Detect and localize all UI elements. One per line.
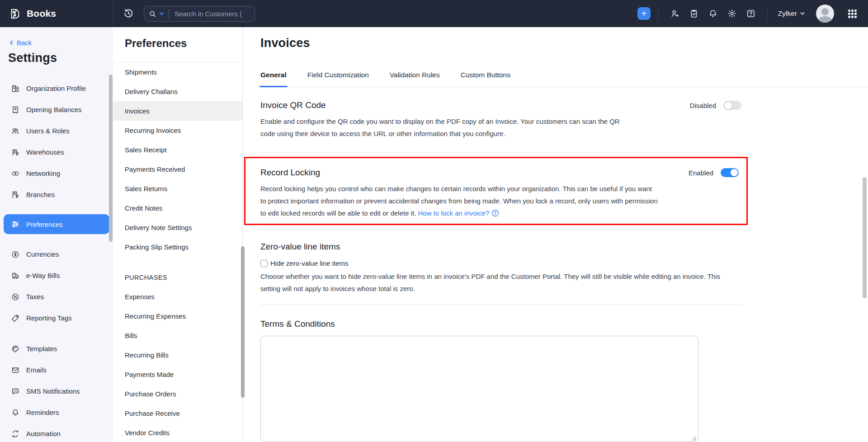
topbar-middle <box>123 6 255 22</box>
sidebar-scrollbar-thumb[interactable] <box>109 75 113 242</box>
clipboard-check-icon[interactable] <box>689 9 699 19</box>
page-scrollbar-thumb[interactable] <box>863 177 867 298</box>
search-icon <box>149 10 156 18</box>
section-divider <box>260 152 741 153</box>
product-name: Books <box>27 8 56 19</box>
preferences-item-vendor-credits[interactable]: Vendor Credits <box>113 423 242 442</box>
sidebar-item-sms-notifications[interactable]: SMSSMS Notifications <box>0 381 113 402</box>
recent-history-icon[interactable] <box>123 8 134 19</box>
sidebar-item-label: Organization Profile <box>26 85 86 92</box>
sidebar-item-emails[interactable]: Emails <box>0 359 113 381</box>
back-label: Back <box>17 39 32 47</box>
sidebar-item-automation[interactable]: Automation <box>0 423 113 442</box>
preferences-item-recurring-bills[interactable]: Recurring Bills <box>113 345 242 365</box>
preferences-item-delivery-challans[interactable]: Delivery Challans <box>113 82 242 101</box>
record-locking-toggle[interactable] <box>721 168 739 177</box>
preferences-item-invoices[interactable]: Invoices <box>113 101 242 121</box>
terms-textarea[interactable] <box>260 336 698 442</box>
record-locking-toggle-label: Enabled <box>689 169 713 177</box>
preferences-item-sales-returns[interactable]: Sales Returns <box>113 179 242 198</box>
avatar-silhouette <box>818 16 832 23</box>
sidebar-item-branches[interactable]: Branches <box>0 184 113 205</box>
sidebar-item-label: Currencies <box>26 250 59 258</box>
preferences-item-payments-made[interactable]: Payments Made <box>113 365 242 384</box>
apps-grid-icon[interactable] <box>847 8 858 19</box>
sidebar-item-networking[interactable]: Networking <box>0 163 113 184</box>
sidebar-item-reporting-tags[interactable]: Reporting Tags <box>0 307 113 329</box>
preferences-item-delivery-note-settings[interactable]: Delivery Note Settings <box>113 218 242 237</box>
hide-zero-value-checkbox[interactable] <box>260 260 268 267</box>
preferences-item-recurring-invoices[interactable]: Recurring Invoices <box>113 121 242 140</box>
topbar-right: + Zylker <box>637 5 868 23</box>
sidebar-item-opening-balances[interactable]: Opening Balances <box>0 99 113 120</box>
sidebar-item-label: Templates <box>26 345 57 353</box>
user-avatar[interactable] <box>816 5 834 23</box>
sidebar-item-e-way-bills[interactable]: e-Way Bills <box>0 265 113 286</box>
preferences-item-payments-received[interactable]: Payments Received <box>113 160 242 179</box>
settings-sidebar: Back Settings Organization ProfileOpenin… <box>0 27 113 442</box>
tab-bar: GeneralField CustomizationValidation Rul… <box>260 71 868 87</box>
svg-text:SMS: SMS <box>14 390 18 392</box>
sidebar-item-currencies[interactable]: Currencies <box>0 244 113 265</box>
toggle-knob <box>731 169 738 176</box>
preferences-scrollbar-thumb[interactable] <box>241 246 245 398</box>
preferences-item-sales-receipt[interactable]: Sales Receipt <box>113 140 242 160</box>
sidebar-item-templates[interactable]: Templates <box>0 338 113 359</box>
avatar-silhouette <box>821 8 829 15</box>
sidebar-item-label: Branches <box>26 191 55 198</box>
users-icon <box>11 127 20 136</box>
topbar-divider <box>768 6 768 21</box>
org-switcher[interactable]: Zylker <box>778 9 805 18</box>
search-input[interactable] <box>175 10 242 18</box>
tab-field-customization[interactable]: Field Customization <box>307 71 369 87</box>
topbar: Books + <box>0 0 868 27</box>
gear-icon[interactable] <box>727 9 737 19</box>
preferences-item-packing-slip-settings[interactable]: Packing Slip Settings <box>113 237 242 257</box>
sidebar-item-organization-profile[interactable]: Organization Profile <box>0 78 113 99</box>
section-divider <box>260 229 741 230</box>
bell-icon <box>11 408 20 417</box>
search-separator <box>169 9 169 19</box>
sidebar-item-label: Reporting Tags <box>26 314 72 322</box>
question-circle-icon[interactable] <box>491 209 499 217</box>
palette-icon <box>11 344 20 353</box>
sidebar-item-taxes[interactable]: Taxes <box>0 286 113 307</box>
sidebar-item-warehouses[interactable]: Warehouses <box>0 141 113 163</box>
org-name: Zylker <box>778 9 797 18</box>
bell-icon[interactable] <box>708 9 718 19</box>
quick-create-button[interactable]: + <box>637 7 651 20</box>
zero-value-section: Zero-value line items Hide zero-value li… <box>260 242 741 305</box>
preferences-item-bills[interactable]: Bills <box>113 326 242 345</box>
tab-custom-buttons[interactable]: Custom Buttons <box>461 71 510 87</box>
sidebar-item-reminders[interactable]: Reminders <box>0 402 113 423</box>
search-scope-chevron-icon[interactable] <box>159 11 164 16</box>
mail-icon <box>11 366 20 375</box>
tag-icon <box>11 314 20 323</box>
sidebar-item-label: Networking <box>26 169 60 177</box>
sidebar-item-label: Preferences <box>26 221 63 228</box>
preferences-item-purchase-receive[interactable]: Purchase Receive <box>113 404 242 423</box>
tab-validation-rules[interactable]: Validation Rules <box>390 71 440 87</box>
record-locking-description: Record locking helps you control who can… <box>260 183 658 219</box>
preferences-item-shipments[interactable]: Shipments <box>113 62 242 82</box>
invoice-qr-toggle[interactable] <box>723 101 741 110</box>
back-link[interactable]: Back <box>0 27 113 47</box>
preferences-panel: Preferences ShipmentsDelivery ChallansIn… <box>113 27 243 442</box>
sidebar-item-label: e-Way Bills <box>26 272 60 279</box>
sidebar-item-preferences[interactable]: Preferences <box>4 214 109 234</box>
main-content: Invoices GeneralField CustomizationValid… <box>243 27 868 442</box>
preferences-item-expenses[interactable]: Expenses <box>113 287 242 306</box>
preferences-item-purchase-orders[interactable]: Purchase Orders <box>113 384 242 404</box>
sidebar-item-users-roles[interactable]: Users & Roles <box>0 120 113 141</box>
preferences-item-recurring-expenses[interactable]: Recurring Expenses <box>113 306 242 326</box>
hide-zero-value-label[interactable]: Hide zero-value line items <box>270 259 349 267</box>
how-to-lock-link[interactable]: How to lock an invoice? <box>418 209 490 217</box>
tab-general[interactable]: General <box>260 71 287 87</box>
eway-truck-icon <box>11 271 20 280</box>
global-search[interactable] <box>144 6 255 22</box>
preferences-item-credit-notes[interactable]: Credit Notes <box>113 198 242 218</box>
referral-icon[interactable] <box>670 9 680 19</box>
product-logo[interactable]: Books <box>0 0 113 27</box>
help-icon[interactable] <box>746 9 756 19</box>
sliders-icon <box>11 220 20 229</box>
